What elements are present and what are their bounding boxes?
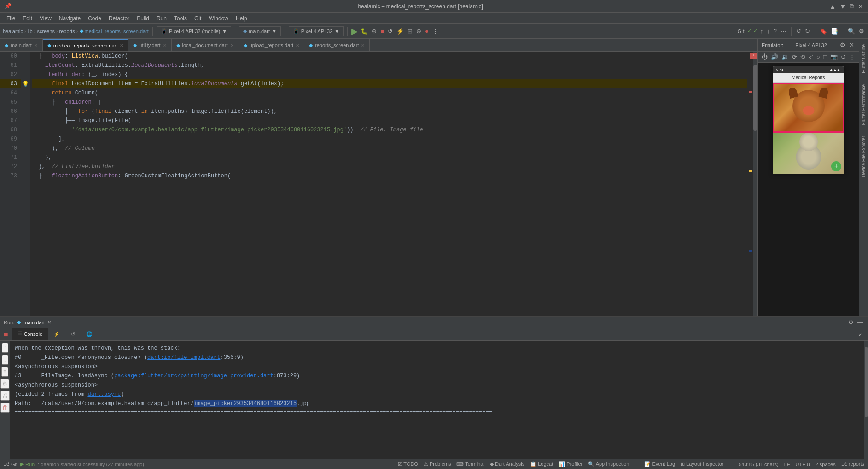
console-scroll-up[interactable]: ↑ xyxy=(2,343,8,353)
volume-up-btn[interactable]: 🔊 xyxy=(770,53,779,61)
device-selector[interactable]: 📱 Pixel 4 API 32 (mobile) ▼ xyxy=(157,26,231,36)
device-file-explorer-tab[interactable]: Device File Explorer xyxy=(860,130,868,182)
restore-button[interactable]: ▼ xyxy=(839,2,846,10)
editor-scrollbar-thumb[interactable] xyxy=(753,65,757,131)
breadcrumb-lib[interactable]: lib xyxy=(28,29,33,34)
bottom-layout-inspector[interactable]: ⊞ Layout Inspector xyxy=(681,461,723,467)
git-more1[interactable]: ? xyxy=(773,27,778,35)
tab-medical-close[interactable]: ✕ xyxy=(120,43,123,48)
menu-help[interactable]: Help xyxy=(232,15,251,22)
menu-navigate[interactable]: Navigate xyxy=(55,15,84,22)
search-button[interactable]: 🔍 xyxy=(847,27,856,35)
breadcrumb-screens[interactable]: screens xyxy=(37,29,55,34)
menu-git[interactable]: Git xyxy=(191,15,205,22)
menu-run[interactable]: Run xyxy=(153,15,170,22)
hot-reload-button[interactable]: ⚡ xyxy=(396,27,405,35)
tab-local-doc[interactable]: ◆ local_document.dart ✕ xyxy=(172,39,239,51)
refresh-tab[interactable]: ↺ xyxy=(65,328,81,340)
bottom-profiler[interactable]: 📊 Profiler xyxy=(559,461,583,467)
device-short-selector[interactable]: 📱 Pixel 4 API 32 ▼ xyxy=(289,26,344,36)
more-emulator[interactable]: ⋮ xyxy=(848,53,856,61)
console-print[interactable]: 🖨 xyxy=(0,391,10,401)
console-expand[interactable]: ⤢ xyxy=(857,330,864,339)
console-scrollbar-thumb[interactable] xyxy=(865,347,868,418)
git-pull[interactable]: ↓ xyxy=(766,27,771,35)
dart-io-link[interactable]: dart:io/file_impl.dart xyxy=(147,354,220,361)
bottom-logcat[interactable]: 📋 Logcat xyxy=(530,461,553,467)
menu-view[interactable]: View xyxy=(36,15,55,22)
recent-btn[interactable]: □ xyxy=(822,53,828,61)
maximize-button[interactable]: ⧉ xyxy=(850,2,854,10)
bottom-dart-analysis[interactable]: ◆ Dart Analysis xyxy=(490,461,524,467)
console-content[interactable]: When the exception was thrown, this was … xyxy=(10,341,864,459)
refresh-button[interactable]: ↺ xyxy=(387,27,394,35)
flutter-outline-tab[interactable]: Flutter Outline xyxy=(860,39,868,79)
breadcrumb-file[interactable]: medical_reports_screen.dart xyxy=(85,29,149,34)
tab-utility-close[interactable]: ✕ xyxy=(163,43,167,48)
tab-main-dart-close[interactable]: ✕ xyxy=(34,43,38,48)
attach-button[interactable]: ⊕ xyxy=(415,27,422,35)
menu-code[interactable]: Code xyxy=(84,15,105,22)
menu-refactor[interactable]: Refactor xyxy=(105,15,133,22)
bottom-todo[interactable]: ☑ TODO xyxy=(398,461,418,467)
rotate-btn[interactable]: ⟳ xyxy=(791,53,798,61)
breadcrumb-project[interactable]: healamic xyxy=(3,29,23,34)
bookmark2-button[interactable]: 📑 xyxy=(830,27,839,35)
menu-window[interactable]: Window xyxy=(205,15,232,22)
tab-main-dart[interactable]: ◆ main.dart ✕ xyxy=(0,39,43,51)
stop-button[interactable]: ■ xyxy=(379,27,385,35)
menu-build[interactable]: Build xyxy=(133,15,153,22)
debug-button[interactable]: 🐛 xyxy=(360,27,369,35)
flutter-performance-tab[interactable]: Flutter Performance xyxy=(860,79,868,130)
dart-async-link[interactable]: dart:async xyxy=(87,391,121,398)
volume-down-btn[interactable]: 🔉 xyxy=(781,53,790,61)
rotate2-btn[interactable]: ⟲ xyxy=(799,53,806,61)
flash-tab[interactable]: ⚡ xyxy=(48,328,65,340)
run-bar-settings[interactable]: ⚙ xyxy=(847,318,855,327)
console-filter[interactable]: ≡ xyxy=(1,367,8,377)
git-more2[interactable]: ⋯ xyxy=(780,27,787,35)
settings-button[interactable]: ⚙ xyxy=(858,27,865,35)
bottom-terminal[interactable]: ⌨ Terminal xyxy=(456,461,484,467)
menu-edit[interactable]: Edit xyxy=(19,15,36,22)
console-scroll-down[interactable]: ↓ xyxy=(2,355,8,365)
breadcrumb-reports[interactable]: reports xyxy=(59,29,75,34)
redo-button[interactable]: ↻ xyxy=(804,27,811,35)
bottom-problems[interactable]: ⚠ Problems xyxy=(424,461,451,467)
tab-reports[interactable]: ◆ reports_screen.dart ✕ xyxy=(304,39,370,51)
tab-utility[interactable]: ◆ utility.dart ✕ xyxy=(128,39,171,51)
emulator-close[interactable]: ✕ xyxy=(848,41,855,49)
run-tab-close[interactable]: ✕ xyxy=(47,320,51,325)
tab-local-close[interactable]: ✕ xyxy=(230,43,234,48)
menu-file[interactable]: File xyxy=(3,15,19,22)
stop-run-button[interactable]: ■ xyxy=(0,330,12,339)
undo-button[interactable]: ↺ xyxy=(795,27,802,35)
back-btn[interactable]: ◁ xyxy=(808,53,814,61)
tab-medical-screen[interactable]: ◆ medical_reports_screen.dart ✕ xyxy=(43,39,128,51)
undo-emulator[interactable]: ↺ xyxy=(840,53,847,61)
console-tab[interactable]: ☰ Console xyxy=(12,328,48,340)
image-provider-link[interactable]: package:flutter/src/painting/image_provi… xyxy=(114,373,274,379)
console-settings[interactable]: ⚙ xyxy=(0,379,9,389)
editor-scrollbar[interactable]: 7 xyxy=(753,52,757,316)
power-btn[interactable]: ⏻ xyxy=(761,53,769,61)
globe-tab[interactable]: 🌐 xyxy=(81,328,98,340)
home-btn[interactable]: ○ xyxy=(816,53,821,61)
layout-button[interactable]: ⊞ xyxy=(407,27,414,35)
tab-upload[interactable]: ◆ upload_reports.dart ✕ xyxy=(239,39,304,51)
coverage-button[interactable]: ⊕ xyxy=(371,27,378,35)
git-status-item[interactable]: ⎇ Git xyxy=(4,461,17,467)
tab-reports-close[interactable]: ✕ xyxy=(361,43,365,48)
minimize-button[interactable]: ▲ xyxy=(829,2,836,10)
run-button[interactable]: ▶ xyxy=(351,26,358,36)
run-bar-minimize[interactable]: — xyxy=(856,318,864,327)
bookmark-button[interactable]: 🔖 xyxy=(819,27,828,35)
screenshot-btn[interactable]: 📷 xyxy=(829,53,839,61)
tab-upload-close[interactable]: ✕ xyxy=(296,43,299,48)
console-clear[interactable]: 🗑 xyxy=(0,403,10,413)
bottom-app-inspection[interactable]: 🔍 App Inspection xyxy=(588,461,629,467)
emulator-settings[interactable]: ⚙ xyxy=(839,41,846,49)
record-button[interactable]: ● xyxy=(424,27,430,35)
more-button[interactable]: ⋮ xyxy=(431,27,439,35)
run-status-item[interactable]: ▶ Run xyxy=(20,461,35,467)
